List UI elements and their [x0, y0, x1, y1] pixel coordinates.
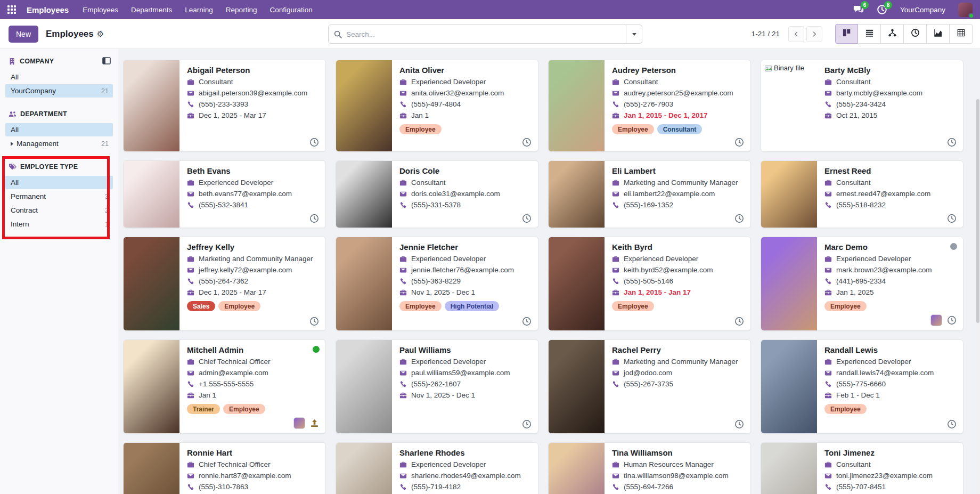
- nav-menu-employees[interactable]: Employees: [83, 6, 118, 14]
- filter-department-management[interactable]: Management21: [5, 137, 113, 150]
- nav-menu-learning[interactable]: Learning: [185, 6, 213, 14]
- view-switch-graph[interactable]: [927, 24, 950, 44]
- scrollbar-thumb[interactable]: [976, 99, 979, 323]
- view-switch-pivot[interactable]: [950, 24, 973, 44]
- search-dropdown-toggle[interactable]: [626, 25, 642, 43]
- employee-email[interactable]: keith.byrd52@example.com: [624, 264, 713, 276]
- nav-menu-configuration[interactable]: Configuration: [270, 6, 312, 14]
- employee-card[interactable]: Sharlene Rhodes Experienced Developer sh…: [336, 442, 538, 494]
- employee-email[interactable]: anita.oliver32@example.com: [411, 87, 504, 99]
- activity-clock-icon[interactable]: [309, 214, 319, 223]
- employee-phone[interactable]: (555)-331-5378: [411, 199, 461, 210]
- employee-phone[interactable]: (441)-695-2334: [836, 276, 886, 287]
- activity-clock-icon[interactable]: [947, 137, 957, 147]
- employee-email[interactable]: jennie.fletcher76@example.com: [411, 264, 514, 276]
- employee-card[interactable]: Marc Demo Experienced Developer mark.bro…: [761, 237, 963, 331]
- view-switch-list[interactable]: [858, 24, 881, 44]
- filter-company-yourcompany[interactable]: YourCompany21: [5, 84, 113, 98]
- employee-email[interactable]: tina.williamson98@example.com: [624, 470, 729, 481]
- employee-card[interactable]: Randall Lewis Experienced Developer rand…: [761, 339, 963, 434]
- employee-card[interactable]: Ronnie Hart Chief Technical Officer ronn…: [123, 442, 326, 494]
- employee-phone[interactable]: (555)-276-7903: [624, 99, 673, 110]
- new-button[interactable]: New: [9, 26, 38, 43]
- employee-email[interactable]: abigail.peterson39@example.com: [199, 87, 307, 99]
- employee-phone[interactable]: (555)-267-3735: [624, 378, 673, 390]
- expand-caret-icon[interactable]: [11, 142, 13, 146]
- view-switch-hierarchy[interactable]: [881, 24, 904, 44]
- employee-phone[interactable]: +1 555-555-5555: [199, 378, 254, 390]
- view-switch-kanban[interactable]: [835, 24, 858, 44]
- scrollbar[interactable]: [976, 98, 980, 494]
- employee-email[interactable]: sharlene.rhodes49@example.com: [411, 470, 521, 481]
- employee-email[interactable]: eli.lambert22@example.com: [624, 188, 715, 199]
- employee-card[interactable]: Eli Lambert Marketing and Community Mana…: [548, 160, 751, 228]
- activity-clock-icon[interactable]: [522, 317, 532, 326]
- employee-card[interactable]: Audrey Peterson Consultant audrey.peters…: [548, 60, 751, 152]
- employee-phone[interactable]: (555)-707-8451: [836, 481, 886, 492]
- pager-prev-button[interactable]: [788, 26, 804, 42]
- activity-clock-icon[interactable]: [734, 317, 744, 326]
- employee-email[interactable]: toni.jimenez23@example.com: [836, 470, 933, 481]
- activity-clock-icon[interactable]: [734, 214, 744, 223]
- nav-menu-departments[interactable]: Departments: [131, 6, 172, 14]
- activity-clock-icon[interactable]: [947, 419, 957, 429]
- employee-email[interactable]: doris.cole31@example.com: [411, 188, 500, 199]
- manager-avatar[interactable]: [930, 314, 942, 326]
- employee-card[interactable]: Rachel Perry Marketing and Community Man…: [548, 339, 751, 434]
- messages-icon[interactable]: 6: [853, 4, 864, 15]
- filter-employee-type-permanent[interactable]: Permanent3: [5, 190, 113, 203]
- employee-phone[interactable]: (555)-363-8229: [411, 276, 461, 287]
- employee-phone[interactable]: (555)-310-7863: [199, 481, 248, 492]
- activity-clock-icon[interactable]: [522, 137, 532, 147]
- employee-email[interactable]: barty.mcbly@example.com: [836, 87, 922, 99]
- employee-phone[interactable]: (555)-775-6660: [836, 378, 886, 390]
- employee-email[interactable]: admin@example.com: [199, 367, 268, 378]
- nav-menu-reporting[interactable]: Reporting: [226, 6, 257, 14]
- employee-email[interactable]: jeffrey.kelly72@example.com: [199, 264, 292, 276]
- manager-avatar[interactable]: [293, 417, 305, 429]
- employee-card[interactable]: Tina Williamson Human Resources Manager …: [548, 442, 751, 494]
- company-switcher[interactable]: YourCompany: [900, 6, 945, 14]
- employee-card[interactable]: Jeffrey Kelly Marketing and Community Ma…: [123, 237, 326, 331]
- gear-icon[interactable]: ⚙: [97, 30, 104, 38]
- employee-phone[interactable]: (555)-719-4182: [411, 481, 461, 492]
- employee-phone[interactable]: (555)-262-1607: [411, 378, 461, 390]
- employee-email[interactable]: mark.brown23@example.com: [836, 264, 932, 276]
- employee-card[interactable]: Doris Cole Consultant doris.cole31@examp…: [336, 160, 538, 228]
- employee-phone[interactable]: (555)-233-3393: [199, 99, 248, 110]
- activity-clock-icon[interactable]: [947, 315, 957, 325]
- employee-phone[interactable]: (555)-169-1352: [624, 199, 673, 210]
- employee-email[interactable]: jod@odoo.com: [624, 367, 672, 378]
- user-avatar[interactable]: [958, 3, 973, 17]
- employee-phone[interactable]: (555)-497-4804: [411, 99, 461, 110]
- employee-phone[interactable]: (555)-264-7362: [199, 276, 248, 287]
- app-name[interactable]: Employees: [27, 5, 69, 14]
- employee-card[interactable]: Paul Williams Experienced Developer paul…: [336, 339, 538, 434]
- employee-email[interactable]: randall.lewis74@example.com: [836, 367, 934, 378]
- activity-clock-icon[interactable]: [947, 214, 957, 223]
- activities-icon[interactable]: 8: [877, 4, 887, 15]
- employee-card[interactable]: Abigail Peterson Consultant abigail.pete…: [123, 60, 326, 152]
- employee-email[interactable]: beth.evans77@example.com: [199, 188, 292, 199]
- apps-grid-icon[interactable]: [7, 5, 16, 14]
- employee-card[interactable]: Anita Oliver Experienced Developer anita…: [336, 60, 538, 152]
- upload-icon[interactable]: [310, 419, 319, 428]
- activity-clock-icon[interactable]: [309, 137, 319, 147]
- filter-employee-type-contract[interactable]: Contract2: [5, 204, 113, 217]
- employee-email[interactable]: paul.williams59@example.com: [411, 367, 510, 378]
- view-switch-activity[interactable]: [904, 24, 927, 44]
- activity-clock-icon[interactable]: [522, 419, 532, 429]
- activity-clock-icon[interactable]: [734, 137, 744, 147]
- activity-clock-icon[interactable]: [734, 419, 744, 429]
- employee-email[interactable]: audrey.peterson25@example.com: [624, 87, 733, 99]
- employee-card[interactable]: Toni Jimenez Consultant toni.jimenez23@e…: [761, 442, 963, 494]
- employee-phone[interactable]: (555)-505-5146: [624, 276, 673, 287]
- filter-department-all[interactable]: All: [5, 123, 113, 136]
- employee-phone[interactable]: (555)-532-3841: [199, 199, 248, 210]
- employee-phone[interactable]: (555)-694-7266: [624, 481, 673, 492]
- filter-employee-type-intern[interactable]: Intern1: [5, 217, 113, 231]
- employee-email[interactable]: ernest.reed47@example.com: [836, 188, 930, 199]
- activity-clock-icon[interactable]: [522, 214, 532, 223]
- employee-card[interactable]: Keith Byrd Experienced Developer keith.b…: [548, 237, 751, 331]
- filter-company-all[interactable]: All: [5, 70, 113, 84]
